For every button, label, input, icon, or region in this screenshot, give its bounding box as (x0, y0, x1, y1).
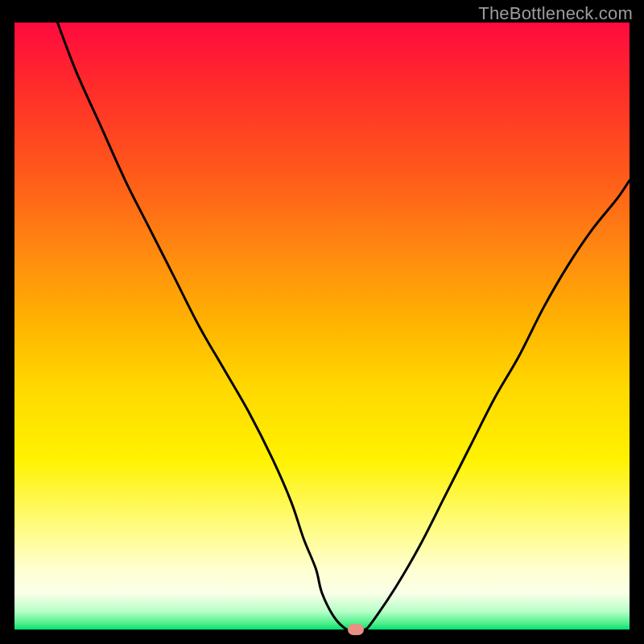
watermark-text: TheBottleneck.com (478, 3, 633, 24)
curve-layer (14, 23, 630, 630)
bottleneck-curve (57, 23, 630, 630)
plot-area (14, 23, 630, 630)
optimum-marker (348, 624, 364, 635)
chart-frame: TheBottleneck.com (0, 0, 644, 644)
